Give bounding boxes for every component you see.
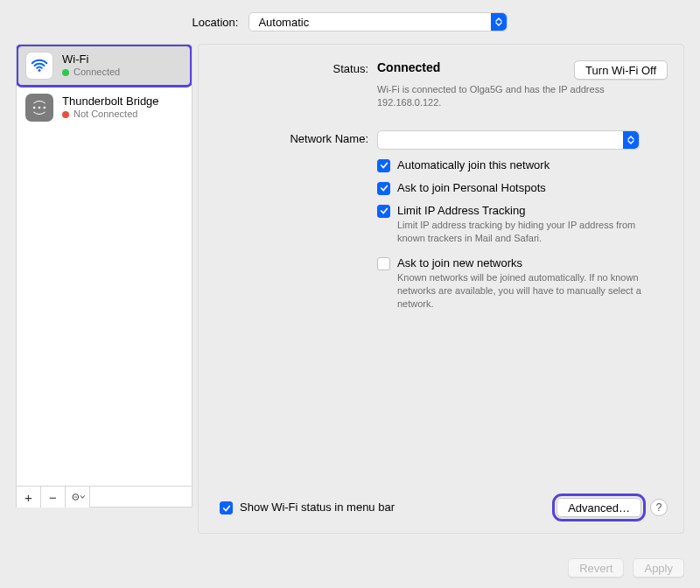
status-label: Status: [199,60,377,75]
network-name-select[interactable] [377,130,640,150]
ask-hotspot-label: Ask to join Personal Hotspots [397,181,546,194]
show-menubar-checkbox[interactable] [220,501,233,514]
advanced-button[interactable]: Advanced… [556,498,641,517]
limit-ip-checkbox[interactable] [377,205,390,218]
thunderbolt-icon [25,94,53,122]
location-select[interactable]: Automatic [248,12,508,32]
sidebar-item-thunderbolt[interactable]: Thunderbolt Bridge Not Connected [17,87,192,129]
turn-wifi-off-button[interactable]: Turn Wi-Fi Off [574,60,668,80]
chevron-updown-icon [491,13,507,31]
help-button[interactable]: ? [650,499,668,516]
remove-service-button[interactable]: − [41,486,66,508]
limit-ip-desc: Limit IP address tracking by hiding your… [397,219,651,245]
detail-panel: Turn Wi-Fi Off Status: Connected Wi-Fi i… [198,44,684,534]
chevron-updown-icon [623,131,639,149]
add-service-button[interactable]: + [17,486,41,508]
svg-point-7 [76,496,77,497]
ask-new-desc: Known networks will be joined automatica… [397,271,651,311]
status-dot-icon [62,69,69,76]
status-dot-icon [62,111,69,118]
wifi-icon [25,52,53,80]
more-options-button[interactable] [66,486,90,508]
sidebar-toolbar: + − [16,486,192,508]
ask-hotspot-checkbox[interactable] [377,182,390,195]
ask-new-checkbox[interactable] [377,257,390,270]
sidebar-item-wifi[interactable]: Wi-Fi Connected [17,45,192,87]
sidebar-item-label: Wi-Fi [62,52,120,66]
svg-point-6 [74,496,75,497]
svg-point-0 [38,69,41,72]
location-label: Location: [192,16,239,29]
svg-point-5 [74,496,74,497]
show-menubar-label: Show Wi-Fi status in menu bar [240,500,395,514]
limit-ip-label: Limit IP Address Tracking [397,204,651,217]
network-name-label: Network Name: [199,130,377,145]
sidebar-item-status: Not Connected [74,108,137,121]
svg-point-1 [33,107,36,109]
apply-button[interactable]: Apply [633,558,684,578]
status-description: Wi-Fi is connected to Olga5G and has the… [377,83,640,109]
sidebar-item-label: Thunderbolt Bridge [62,94,159,108]
revert-button[interactable]: Revert [568,558,624,578]
network-services-list: Wi-Fi Connected [16,44,192,486]
location-selected: Automatic [258,16,309,29]
svg-point-3 [44,107,46,109]
sidebar-item-status: Connected [74,66,120,79]
auto-join-label: Automatically join this network [397,158,550,172]
svg-point-2 [38,107,41,109]
ask-new-label: Ask to join new networks [397,256,651,270]
auto-join-checkbox[interactable] [377,159,390,172]
